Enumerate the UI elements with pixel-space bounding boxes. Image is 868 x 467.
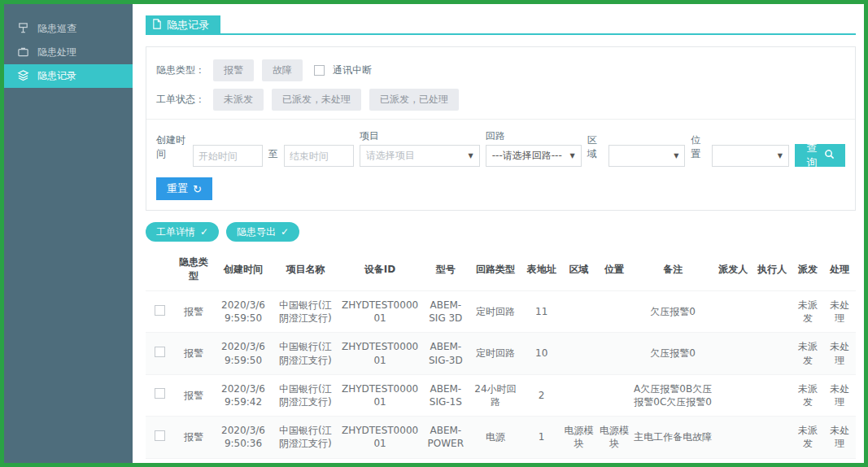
to-label: 至 <box>268 147 278 167</box>
start-time-input[interactable] <box>193 145 263 167</box>
table-cell <box>596 291 632 333</box>
project-select[interactable]: 请选择项目 ▼ <box>360 145 480 167</box>
table-cell: 主电工作备电故障 <box>632 417 713 458</box>
row-checkbox[interactable] <box>155 305 165 316</box>
check-icon: ✓ <box>200 226 208 238</box>
table-cell: 未处理 <box>824 333 856 374</box>
check-icon: ✓ <box>281 226 289 238</box>
document-icon <box>152 19 162 32</box>
column-header: 区域 <box>561 248 597 291</box>
region-select[interactable]: ▼ <box>608 145 686 167</box>
table-cell: 电源模块 <box>596 417 632 458</box>
table-cell: 报警 <box>174 291 213 333</box>
table-cell: 报警 <box>174 458 213 463</box>
column-header: 处理 <box>824 248 856 291</box>
column-header: 表地址 <box>522 248 561 291</box>
table-row: 报警2020/3/6 9:59:50中国银行(江阴澄江支行)ZHYDTEST00… <box>146 333 856 374</box>
status-chip-undispatched[interactable]: 未派发 <box>213 89 264 111</box>
table-cell: 未派发 <box>792 291 823 333</box>
action-buttons: 工单详情 ✓ 隐患导出 ✓ <box>146 222 856 242</box>
danger-type-row: 隐患类型： 报警 故障 通讯中断 <box>156 59 845 81</box>
table-cell: ZHYDTEST000001 <box>338 417 423 458</box>
layers-icon <box>17 69 29 84</box>
work-order-detail-button[interactable]: 工单详情 ✓ <box>146 222 219 242</box>
panel-divider <box>146 119 855 120</box>
danger-export-button[interactable]: 隐患导出 ✓ <box>226 222 299 242</box>
table-cell: 通讯模块 <box>469 458 521 463</box>
reset-button[interactable]: 重置 ↻ <box>156 177 212 200</box>
comm-interrupt-checkbox[interactable] <box>314 65 325 76</box>
table-cell: 11 <box>522 291 561 333</box>
column-header: 回路类型 <box>469 248 521 291</box>
caret-down-icon: ▼ <box>570 152 575 159</box>
table-cell: 通讯模块 <box>596 458 632 463</box>
table-cell <box>713 458 752 463</box>
sidebar-item-label: 隐患巡查 <box>37 22 76 36</box>
sidebar-item-handling[interactable]: 隐患处理 <box>4 41 133 64</box>
status-chip-dispatched-unhandled[interactable]: 已派发，未处理 <box>272 89 361 111</box>
magnifier-icon <box>824 149 835 162</box>
search-button[interactable]: 查询 <box>795 144 845 167</box>
column-header: 备注 <box>632 248 713 291</box>
table-cell: 2020/3/6 9:50:36 <box>213 458 273 463</box>
table-cell <box>752 374 792 416</box>
end-time-input[interactable] <box>284 145 354 167</box>
sidebar-item-records[interactable]: 隐患记录 <box>4 64 133 88</box>
position-label: 位置 <box>691 133 706 167</box>
caret-down-icon: ▼ <box>674 152 678 159</box>
table-cell: 报警 <box>174 417 213 458</box>
main-content: 隐患记录 隐患类型： 报警 故障 通讯中断 工单状态： 未派发 已派发，未处理 … <box>133 4 864 463</box>
status-chip-dispatched-handled[interactable]: 已派发，已处理 <box>369 89 459 111</box>
table-cell: ZHYDTEST000001 <box>338 374 423 416</box>
table-row: 报警2020/3/6 9:59:42中国银行(江阴澄江支行)ZHYDTEST00… <box>146 374 856 416</box>
column-header: 项目名称 <box>273 248 338 291</box>
table-cell <box>752 333 792 374</box>
sidebar-item-label: 隐患处理 <box>37 46 76 59</box>
table-cell: 10 <box>522 333 561 374</box>
project-field: 项目 请选择项目 ▼ <box>360 129 480 167</box>
comm-interrupt-label: 通讯中断 <box>333 63 372 77</box>
danger-type-label: 隐患类型： <box>156 63 205 77</box>
type-chip-fault[interactable]: 故障 <box>262 59 303 81</box>
table-cell: 报警 <box>174 333 213 374</box>
table-cell: 报警 <box>174 374 213 416</box>
row-checkbox[interactable] <box>155 388 165 399</box>
sidebar-item-inspection[interactable]: 隐患巡查 <box>4 17 133 41</box>
type-chip-alarm[interactable]: 报警 <box>213 59 254 81</box>
table-cell: 2 <box>522 374 561 416</box>
table-cell <box>713 374 752 416</box>
loop-select-value: ---请选择回路--- <box>492 149 562 163</box>
created-time-label: 创建时间 <box>156 133 187 167</box>
table-cell <box>561 374 597 416</box>
table-cell: 定时回路 <box>469 291 521 333</box>
table-cell <box>596 374 632 416</box>
briefcase-icon <box>17 46 29 60</box>
work-order-status-label: 工单状态： <box>156 93 205 107</box>
column-header: 隐患类型 <box>174 248 213 291</box>
table-cell: 欠压报警0 <box>632 291 713 333</box>
select-column-header <box>146 248 174 291</box>
table-cell <box>752 458 792 463</box>
row-checkbox[interactable] <box>155 347 165 357</box>
table-cell: 2020/3/6 9:59:42 <box>213 374 273 416</box>
table-cell <box>596 333 632 374</box>
table-cell: ZHYDTEST000001 <box>338 291 423 333</box>
table-cell: ABEM-SIG-3D <box>422 333 469 374</box>
query-input-row: 创建时间 至 项目 请选择项目 ▼ 回路 ---请选择回路--- ▼ 区域 <box>156 129 845 167</box>
table-cell: ZHYDTEST000001 <box>338 458 423 463</box>
table-cell <box>713 333 752 374</box>
column-header: 派发 <box>792 248 823 291</box>
table-cell: 中国银行(江阴澄江支行) <box>273 458 338 463</box>
table-cell: 200 <box>522 458 561 463</box>
table-cell: 24小时回路 <box>469 374 521 416</box>
loop-select[interactable]: ---请选择回路--- ▼ <box>486 145 582 167</box>
row-checkbox[interactable] <box>155 430 165 441</box>
table-row: 报警2020/3/6 9:50:36中国银行(江阴澄江支行)ZHYDTEST00… <box>146 417 856 458</box>
table-cell <box>752 291 792 333</box>
position-select[interactable]: ▼ <box>712 145 789 167</box>
table-cell: ABEM-SIG 3D <box>422 291 469 333</box>
table-cell: 未处理 <box>824 458 856 463</box>
reset-button-label: 重置 <box>167 181 188 196</box>
work-order-detail-label: 工单详情 <box>156 225 195 239</box>
table-cell <box>561 333 597 374</box>
